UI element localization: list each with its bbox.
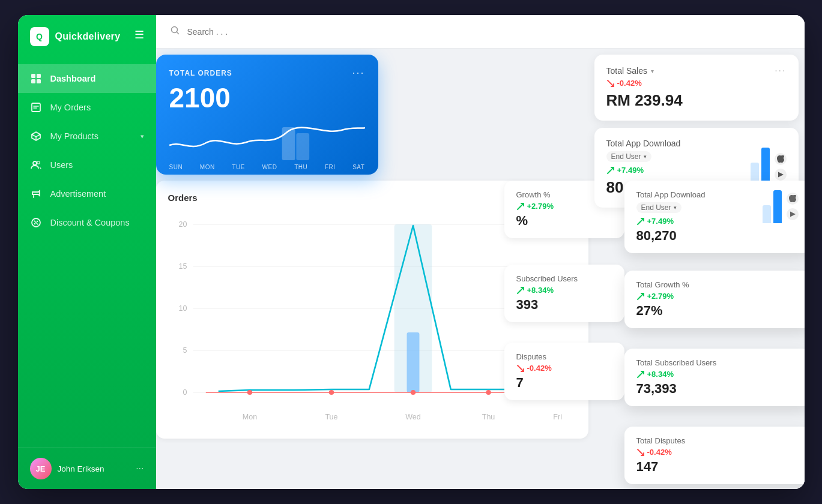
- users-icon: [30, 159, 42, 171]
- svg-text:0: 0: [183, 388, 187, 397]
- app-container: Q Quickdelivery ☰ Dashboard: [18, 15, 805, 489]
- logo-icon: Q: [30, 27, 49, 46]
- user-name: John Eriksen: [58, 464, 130, 473]
- orders-icon: [30, 101, 42, 113]
- sidebar-item-dashboard[interactable]: Dashboard: [18, 64, 156, 93]
- overlay-app-left: Total App Download End User ▾ +7.49% 80,…: [636, 190, 706, 244]
- overlay-disputes-title: Total Disputes: [636, 436, 799, 445]
- svg-rect-1: [37, 74, 41, 78]
- dashboard-icon: [30, 73, 42, 85]
- day-thu: THU: [294, 164, 307, 170]
- overlay-growth-change: +2.79%: [636, 292, 799, 301]
- svg-text:15: 15: [178, 262, 187, 271]
- partial-subscribed-title: Subscribed Users: [516, 274, 612, 283]
- overlay-subscribed-title: Total Subscribed Users: [636, 358, 799, 367]
- app-icons: [775, 153, 787, 181]
- overlay-subscribed-change: +8.34%: [636, 370, 799, 379]
- day-wed: WED: [262, 164, 277, 170]
- sales-dropdown-arrow[interactable]: ▾: [651, 68, 654, 74]
- sidebar-item-my-orders[interactable]: My Orders: [18, 93, 156, 122]
- overlay-app-change: +7.49%: [636, 217, 706, 226]
- user-more-icon[interactable]: ···: [136, 463, 144, 474]
- svg-point-5: [33, 161, 37, 165]
- app-download-title: Total App Download: [606, 139, 681, 148]
- partial-subscribed-value: 393: [516, 297, 612, 313]
- total-sales-card: Total Sales ▾ ··· -0.42% RM 239.94: [594, 55, 799, 121]
- svg-text:Mon: Mon: [242, 413, 257, 421]
- partial-subscribed-change: +8.34%: [516, 286, 612, 295]
- overlay-growth-title: Total Growth %: [636, 280, 799, 289]
- partial-disputes-card: Disputes -0.42% 7: [504, 343, 624, 400]
- svg-text:20: 20: [178, 220, 187, 229]
- overlay-disputes-value: 147: [636, 459, 799, 475]
- svg-rect-27: [406, 332, 419, 392]
- svg-text:Thu: Thu: [482, 413, 495, 421]
- avatar: JE: [30, 458, 52, 479]
- search-input[interactable]: [187, 27, 790, 37]
- sidebar-item-users[interactable]: Users: [18, 151, 156, 179]
- svg-rect-10: [296, 133, 309, 160]
- partial-subscribed-arrow-icon: [516, 286, 525, 295]
- svg-point-29: [247, 390, 252, 395]
- sidebar-nav: Dashboard My Orders: [18, 58, 156, 448]
- total-orders-chart: [169, 118, 365, 160]
- overlay-app-download-card: Total App Download End User ▾ +7.49% 80,…: [624, 181, 805, 253]
- sidebar-item-advertisement[interactable]: Advertisement: [18, 179, 156, 208]
- overlay-app-icons: [787, 193, 799, 220]
- overlay-apple-icon[interactable]: [787, 193, 799, 205]
- overlay-growth-card: Total Growth % +2.79% 27%: [624, 271, 805, 328]
- overlay-disputes-change: -0.42%: [636, 448, 799, 457]
- app-download-change: +7.49%: [606, 166, 654, 175]
- svg-text:Wed: Wed: [405, 413, 421, 421]
- day-mon: MON: [200, 164, 215, 170]
- total-orders-more[interactable]: ···: [352, 67, 364, 79]
- sidebar-item-label: Discount & Coupons: [50, 218, 130, 227]
- svg-point-31: [410, 390, 415, 395]
- sidebar-item-label: My Products: [50, 131, 99, 141]
- end-user-tag[interactable]: End User ▾: [606, 151, 651, 162]
- svg-rect-0: [31, 74, 35, 78]
- apple-icon[interactable]: [775, 153, 787, 165]
- partial-disputes-title: Disputes: [516, 352, 612, 361]
- svg-text:10: 10: [178, 304, 187, 313]
- svg-point-6: [37, 161, 39, 164]
- overlay-end-user-tag[interactable]: End User ▾: [636, 202, 681, 213]
- sidebar-item-my-products[interactable]: My Products ▾: [18, 122, 156, 151]
- overlay-app-value: 80,270: [636, 228, 706, 244]
- days-row: SUN MON TUE WED THU FRI SAT: [169, 164, 365, 170]
- svg-text:5: 5: [183, 346, 187, 355]
- play-icon[interactable]: [775, 169, 787, 181]
- sidebar-logo: Q Quickdelivery ☰: [18, 15, 156, 58]
- app-download-chart: [751, 151, 770, 181]
- svg-point-30: [328, 390, 333, 395]
- hamburger-icon[interactable]: ☰: [134, 28, 144, 41]
- disputes-arrow-down-icon: [636, 448, 645, 457]
- total-orders-title: TOTAL ORDERS: [169, 69, 232, 77]
- partial-growth-value: %: [516, 213, 612, 229]
- overlay-bar-chart: [763, 190, 782, 223]
- total-sales-more[interactable]: ···: [775, 65, 786, 76]
- dashboard-body: TOTAL ORDERS ··· 2100 SUN MON: [156, 49, 805, 489]
- day-tue: TUE: [232, 164, 245, 170]
- sidebar-item-label: Dashboard: [50, 74, 96, 83]
- svg-point-32: [486, 390, 491, 395]
- topbar: [156, 15, 805, 49]
- orders-chart-title: Orders: [168, 193, 198, 203]
- products-icon: [30, 130, 42, 142]
- overlay-play-icon[interactable]: [787, 208, 799, 220]
- total-sales-title: Total Sales ▾: [606, 66, 654, 76]
- sidebar-item-discount-coupons[interactable]: Discount & Coupons: [18, 208, 156, 237]
- partial-subscribed-card: Subscribed Users +8.34% 393: [504, 265, 624, 322]
- overlay-subscribed-value: 73,393: [636, 381, 799, 397]
- growth-arrow-up-icon: [636, 292, 645, 301]
- total-sales-value: RM 239.94: [606, 91, 787, 110]
- partial-disputes-change: -0.42%: [516, 364, 612, 373]
- partial-disputes-value: 7: [516, 375, 612, 391]
- day-fri: FRI: [325, 164, 336, 170]
- sidebar-footer: JE John Eriksen ···: [18, 448, 156, 489]
- total-orders-card: TOTAL ORDERS ··· 2100 SUN MON: [156, 55, 378, 175]
- day-sat: SAT: [352, 164, 364, 170]
- svg-rect-2: [31, 79, 35, 83]
- search-icon: [171, 26, 180, 38]
- overlay-app-title: Total App Download: [636, 190, 706, 199]
